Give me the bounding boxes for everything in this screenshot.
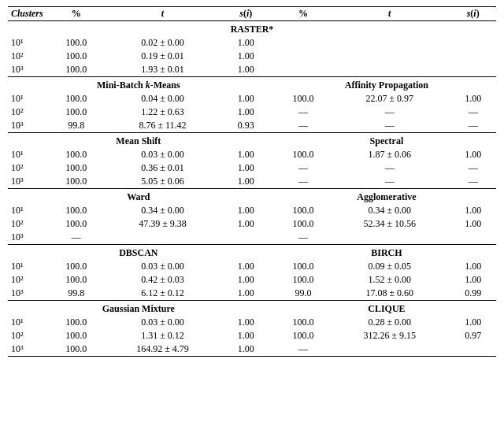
pct2-value: 99.0 — [277, 287, 329, 301]
row-divider — [269, 175, 277, 189]
t1-value: 164.92 ± 4.79 — [102, 343, 223, 357]
t1-value: 0.03 ± 0.00 — [102, 260, 223, 273]
section-divider — [269, 301, 277, 317]
pct2-value — [277, 36, 329, 50]
t2-value — [329, 63, 450, 77]
t1-value — [102, 231, 223, 245]
col-pct2: % — [277, 7, 329, 21]
s2-value — [450, 50, 496, 63]
row-divider — [269, 343, 277, 357]
pct1-value: 100.0 — [50, 343, 102, 357]
section-title-right: CLIQUE — [277, 301, 496, 317]
table-row: 10³100.05.05 ± 0.061.00——— — [8, 175, 496, 189]
table-row: 10²100.01.31 ± 0.121.00100.0312.26 ± 9.1… — [8, 329, 496, 343]
section-divider — [269, 77, 277, 93]
table-row: 10²100.00.36 ± 0.011.00——— — [8, 161, 496, 175]
t2-value: — — [329, 106, 450, 119]
table-row: 10¹100.00.03 ± 0.001.00100.01.87 ± 0.061… — [8, 148, 496, 161]
s2-value: 0.97 — [450, 329, 496, 343]
table-row: 10³99.86.12 ± 0.121.0099.017.08 ± 0.600.… — [8, 287, 496, 301]
t1-value: 1.31 ± 0.12 — [102, 329, 223, 343]
s2-value: 1.00 — [450, 92, 496, 106]
cluster-label: 10² — [8, 329, 50, 343]
section-title-right: Spectral — [277, 133, 496, 149]
section-header-row: Mini-Batch k-MeansAffinity Propagation — [8, 77, 496, 93]
t1-value: 0.36 ± 0.01 — [102, 161, 223, 175]
table-row: 10³100.01.93 ± 0.011.00 — [8, 63, 496, 77]
pct1-value: 100.0 — [50, 175, 102, 189]
cluster-label: 10¹ — [8, 204, 50, 217]
pct1-value: — — [50, 231, 102, 245]
s2-value: 1.00 — [450, 148, 496, 161]
t2-value: — — [329, 161, 450, 175]
section-header-row: Mean ShiftSpectral — [8, 133, 496, 149]
col-t2: t — [329, 7, 450, 21]
section-title-right: Affinity Propagation — [277, 77, 496, 93]
pct1-value: 100.0 — [50, 161, 102, 175]
section-title-left: Mini-Batch k-Means — [8, 77, 269, 93]
section-title-left: DBSCAN — [8, 245, 269, 261]
s1-value: 1.00 — [223, 50, 269, 63]
pct2-value — [277, 63, 329, 77]
s2-value: — — [450, 175, 496, 189]
pct2-value: 100.0 — [277, 204, 329, 217]
cluster-label: 10³ — [8, 175, 50, 189]
s2-value: — — [450, 119, 496, 133]
t1-value: 8.76 ± 11.42 — [102, 119, 223, 133]
s1-value: 1.00 — [223, 106, 269, 119]
t2-value: 1.87 ± 0.06 — [329, 148, 450, 161]
table-row: 10¹100.00.04 ± 0.001.00100.022.07 ± 0.97… — [8, 92, 496, 106]
t1-value: 47.39 ± 9.38 — [102, 217, 223, 231]
pct1-value: 100.0 — [50, 63, 102, 77]
row-divider — [269, 119, 277, 133]
t1-value: 5.05 ± 0.06 — [102, 175, 223, 189]
pct1-value: 100.0 — [50, 50, 102, 63]
s1-value: 1.00 — [223, 316, 269, 329]
pct2-value: — — [277, 175, 329, 189]
table-row: 10³100.0164.92 ± 4.791.00— — [8, 343, 496, 357]
cluster-label: 10³ — [8, 231, 50, 245]
row-divider — [269, 329, 277, 343]
pct1-value: 100.0 — [50, 316, 102, 329]
t2-value — [329, 343, 450, 357]
cluster-label: 10² — [8, 273, 50, 287]
t1-value: 6.12 ± 0.12 — [102, 287, 223, 301]
data-table: Clusters % t s(i) % t s(i) RASTER*10¹100… — [8, 6, 496, 357]
s1-value: 1.00 — [223, 161, 269, 175]
s1-value: 1.00 — [223, 329, 269, 343]
table-row: 10³—— — [8, 231, 496, 245]
cluster-label: 10² — [8, 217, 50, 231]
s1-value — [223, 231, 269, 245]
t1-value: 1.93 ± 0.01 — [102, 63, 223, 77]
section-title-left: Ward — [8, 189, 269, 205]
section-header-row: Gaussian MixtureCLIQUE — [8, 301, 496, 317]
row-divider — [269, 148, 277, 161]
row-divider — [269, 273, 277, 287]
s2-value: — — [450, 106, 496, 119]
pct2-value: — — [277, 119, 329, 133]
t1-value: 1.22 ± 0.63 — [102, 106, 223, 119]
t2-value: — — [329, 175, 450, 189]
t2-value: 0.34 ± 0.00 — [329, 204, 450, 217]
pct2-value: 100.0 — [277, 260, 329, 273]
cluster-label: 10¹ — [8, 92, 50, 106]
row-divider — [269, 217, 277, 231]
pct2-value — [277, 50, 329, 63]
table-row: 10²100.047.39 ± 9.381.00100.052.34 ± 10.… — [8, 217, 496, 231]
section-title-right: BIRCH — [277, 245, 496, 261]
t2-value: 312.26 ± 9.15 — [329, 329, 450, 343]
s2-value: 0.99 — [450, 287, 496, 301]
row-divider — [269, 63, 277, 77]
row-divider — [269, 50, 277, 63]
row-divider — [269, 106, 277, 119]
section-title-left: Gaussian Mixture — [8, 301, 269, 317]
pct1-value: 100.0 — [50, 217, 102, 231]
cluster-label: 10³ — [8, 343, 50, 357]
table-row: 10³99.88.76 ± 11.420.93——— — [8, 119, 496, 133]
section-header-row: DBSCANBIRCH — [8, 245, 496, 261]
t1-value: 0.04 ± 0.00 — [102, 92, 223, 106]
table-row: 10²100.00.19 ± 0.011.00 — [8, 50, 496, 63]
row-divider — [269, 316, 277, 329]
table-row: 10¹100.00.03 ± 0.001.00100.00.28 ± 0.001… — [8, 316, 496, 329]
section-header-row: WardAgglomerative — [8, 189, 496, 205]
